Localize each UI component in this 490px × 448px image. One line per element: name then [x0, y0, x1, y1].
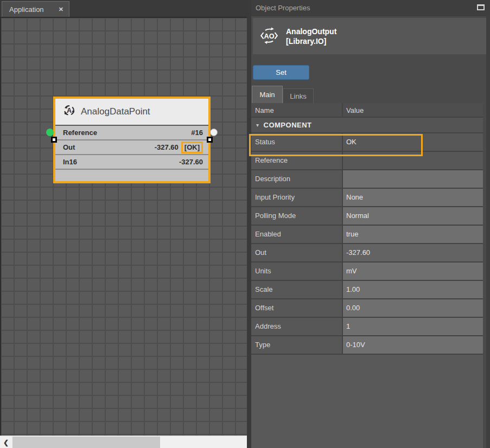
- property-name: Offset: [251, 299, 343, 317]
- analog-output-icon: AO: [259, 27, 279, 46]
- property-value[interactable]: -327.60: [343, 244, 483, 261]
- property-value[interactable]: 1.00: [343, 281, 483, 298]
- tab-links[interactable]: Links: [283, 88, 314, 103]
- minimize-panel-icon[interactable]: [477, 4, 485, 10]
- property-value[interactable]: 1: [343, 318, 483, 335]
- block-row-reference[interactable]: Reference #16: [55, 126, 208, 140]
- property-row-polling-mode[interactable]: Polling Mode Normal: [251, 207, 483, 226]
- object-library: [Library.IO]: [286, 36, 336, 46]
- analog-point-icon: A: [63, 104, 75, 119]
- analog-data-point-block[interactable]: A AnalogDataPoint Reference #16 Out -327…: [53, 97, 211, 183]
- close-icon[interactable]: ✕: [59, 6, 63, 13]
- property-row-description[interactable]: Description: [251, 170, 483, 189]
- property-name: Address: [251, 318, 343, 335]
- property-name: Units: [251, 263, 343, 280]
- property-name: Enabled: [251, 226, 343, 243]
- collapse-triangle-icon[interactable]: ▾: [256, 122, 259, 128]
- property-value[interactable]: Normal: [343, 207, 483, 225]
- tab-application[interactable]: Application ✕: [2, 1, 69, 17]
- wiresheet-canvas[interactable]: A AnalogDataPoint Reference #16 Out -327…: [0, 18, 247, 436]
- slot-value: -327.60: [179, 158, 203, 166]
- property-table: Name Value ▾ COMPONENT Status OK Referen…: [251, 103, 483, 448]
- property-value[interactable]: 0.00: [343, 299, 483, 317]
- group-label: COMPONENT: [264, 121, 312, 129]
- status-badge: [OK]: [181, 142, 203, 153]
- property-value[interactable]: 0-10V: [343, 336, 483, 354]
- property-value[interactable]: None: [343, 189, 483, 206]
- selected-object-card: AO AnalogOutput [Library.IO]: [253, 18, 486, 54]
- property-value[interactable]: [343, 170, 483, 188]
- panel-right-gutter: [486, 16, 490, 448]
- property-name: Polling Mode: [251, 207, 343, 225]
- output-port-dot[interactable]: [210, 129, 218, 136]
- property-name: Description: [251, 170, 343, 188]
- table-header: Name Value: [251, 103, 483, 118]
- property-value[interactable]: true: [343, 226, 483, 243]
- slot-value: #16: [191, 129, 203, 137]
- input-port-dot[interactable]: [46, 129, 54, 136]
- property-row-type[interactable]: Type 0-10V: [251, 336, 483, 355]
- svg-text:A: A: [67, 107, 72, 114]
- resize-handle-right[interactable]: [207, 137, 213, 143]
- property-row-input-priority[interactable]: Input Priority None: [251, 189, 483, 207]
- property-row-out[interactable]: Out -327.60: [251, 244, 483, 263]
- object-type-name: AnalogOutput: [286, 27, 336, 36]
- property-row-status[interactable]: Status OK: [251, 133, 483, 152]
- block-row-out[interactable]: Out -327.60 [OK]: [55, 140, 208, 155]
- property-value[interactable]: [343, 152, 483, 169]
- scrollbar-thumb[interactable]: [12, 437, 160, 448]
- property-row-enabled[interactable]: Enabled true: [251, 226, 483, 244]
- property-name: Scale: [251, 281, 343, 298]
- slot-value: -327.60: [155, 143, 179, 151]
- property-name: Input Priority: [251, 189, 343, 206]
- property-row-units[interactable]: Units mV: [251, 263, 483, 281]
- property-name: Reference: [251, 152, 343, 169]
- property-row-offset[interactable]: Offset 0.00: [251, 299, 483, 318]
- wiresheet-pane: Application ✕ A AnalogDataPoint Re: [0, 0, 247, 448]
- tab-main[interactable]: Main: [252, 86, 283, 103]
- block-footer: [55, 170, 208, 176]
- slot-name: In16: [63, 158, 77, 166]
- scroll-left-arrow-icon[interactable]: ❮: [0, 436, 12, 448]
- block-row-in16[interactable]: In16 -327.60: [55, 155, 208, 170]
- property-row-reference[interactable]: Reference: [251, 152, 483, 170]
- column-header-value: Value: [343, 103, 364, 117]
- tab-label: Application: [9, 5, 44, 14]
- properties-tabs: Main Links: [251, 86, 490, 103]
- property-name: Out: [251, 244, 343, 261]
- property-value[interactable]: OK: [343, 133, 483, 151]
- property-name: Type: [251, 336, 343, 354]
- property-row-scale[interactable]: Scale 1.00: [251, 281, 483, 299]
- panel-title: Object Properties: [256, 4, 310, 12]
- group-row-component[interactable]: ▾ COMPONENT: [251, 118, 483, 133]
- set-button[interactable]: Set: [253, 65, 309, 80]
- slot-name: Out: [63, 143, 75, 151]
- resize-handle-left[interactable]: [51, 137, 57, 143]
- block-title: AnalogDataPoint: [81, 106, 150, 117]
- block-header[interactable]: A AnalogDataPoint: [55, 99, 208, 126]
- horizontal-scrollbar[interactable]: ❮: [0, 436, 247, 448]
- slot-name: Reference: [63, 129, 97, 137]
- panel-titlebar: Object Properties: [251, 0, 490, 16]
- document-tab-bar: Application ✕: [0, 0, 247, 18]
- svg-text:AO: AO: [264, 32, 275, 40]
- property-name: Status: [251, 133, 343, 151]
- object-properties-panel: Object Properties AO AnalogOutput [Libra…: [251, 0, 490, 448]
- property-value[interactable]: mV: [343, 263, 483, 280]
- column-header-name: Name: [251, 103, 343, 117]
- property-row-address[interactable]: Address 1: [251, 318, 483, 336]
